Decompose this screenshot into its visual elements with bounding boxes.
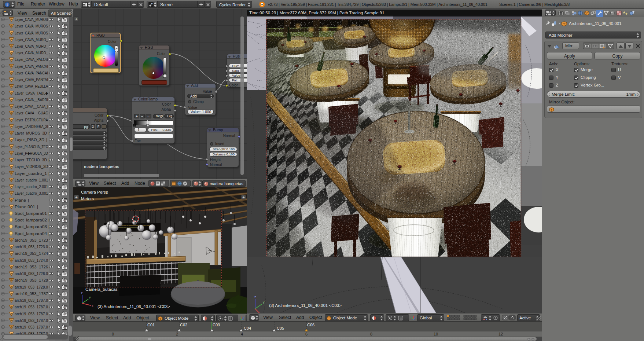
svg-text:arch19_053_1787: arch19_053_1787	[15, 292, 48, 296]
svg-text:Layer_VIDRIOS_3D: Layer_VIDRIOS_3D	[15, 164, 48, 169]
svg-text:z: z	[81, 291, 83, 295]
svg-text:Layer_MUROS_3D: Layer_MUROS_3D	[15, 131, 47, 135]
svg-text:x: x	[92, 304, 93, 308]
svg-text:Spot_lampara02: Spot_lampara02	[15, 218, 47, 222]
svg-text:Layer_CAVA_MURO_: Layer_CAVA_MURO_	[15, 51, 48, 55]
svg-text:arch19_053_1723: arch19_053_1723	[15, 238, 48, 242]
svg-text:Layer_CAVA_MURO_: Layer_CAVA_MURO_	[15, 44, 48, 48]
svg-text:|: |	[28, 198, 29, 202]
svg-text:Layer_CAVA_MUROS: Layer_CAVA_MUROS	[15, 17, 48, 22]
svg-text:Plane: Plane	[15, 198, 26, 202]
svg-text:Spot_lampara04: Spot_lampara04	[15, 231, 47, 236]
svg-text:Layer_CAVA_TABL◆: Layer_CAVA_TABL◆	[15, 91, 48, 95]
svg-text:arch19_053_1728.0: arch19_053_1728.0	[15, 285, 48, 289]
svg-text:Layer_cuadro_1.001: Layer_cuadro_1.001	[15, 178, 48, 182]
svg-text:Layer_CAVA__CAJA_|: Layer_CAVA__CAJA_|	[15, 104, 48, 109]
svg-text:arch19_053_1728: arch19_053_1728	[15, 278, 48, 282]
svg-text:Layer_CAVA__GUAC: Layer_CAVA__GUAC	[15, 111, 48, 115]
svg-text:Layer_CAVA_PALOS: Layer_CAVA_PALOS	[15, 57, 48, 62]
svg-text:arch19_053_1787.0: arch19_053_1787.0	[15, 312, 48, 316]
svg-text:arch19_053_1787.0: arch19_053_1787.0	[15, 305, 48, 309]
svg-text:arch19_053_1726: arch19_053_1726	[15, 265, 48, 269]
svg-text:Layer_ESTRUCTURA: Layer_ESTRUCTURA	[15, 118, 48, 122]
svg-text:Layer_CAVA_PANTAI: Layer_CAVA_PANTAI	[15, 77, 48, 82]
svg-text:Layer_cuadro_1: Layer_cuadro_1	[15, 171, 47, 176]
svg-text:arch19_053_1724: arch19_053_1724	[15, 251, 48, 256]
svg-text:arch19_053_1723.0: arch19_053_1723.0	[15, 245, 48, 249]
svg-text:y: y	[89, 296, 91, 299]
svg-text:Layer_cuadro_3.001: Layer_cuadro_3.001	[15, 191, 48, 195]
svg-text:arch19_053_1724.0: arch19_053_1724.0	[15, 258, 48, 263]
svg-text:z: z	[254, 295, 256, 299]
svg-text:Layer_TECHO_3D: Layer_TECHO_3D	[15, 158, 47, 162]
svg-text:|: |	[46, 138, 47, 142]
svg-text:Layer_CAVA_REJILLA: Layer_CAVA_REJILLA	[15, 84, 48, 88]
svg-text:Layer_CAVA_MUROS: Layer_CAVA_MUROS	[15, 24, 48, 28]
svg-text:y: y	[263, 300, 265, 304]
svg-text:Spot_lampara01: Spot_lampara01	[15, 211, 47, 216]
svg-text:Layer_CAVA_PANCAI: Layer_CAVA_PANCAI	[15, 64, 48, 69]
svg-text:Layer_JARDINERA_3I: Layer_JARDINERA_3I	[15, 124, 48, 129]
svg-text:arch19_053_1726.0: arch19_053_1726.0	[15, 271, 48, 276]
svg-text:Spot_lampara03: Spot_lampara03	[15, 224, 47, 229]
svg-text:arch19_053_1787.0: arch19_053_1787.0	[15, 325, 48, 329]
svg-text:Layer_PISO_3D: Layer_PISO_3D	[15, 138, 44, 142]
svg-text:|: |	[37, 205, 38, 209]
svg-text:Plane.001: Plane.001	[15, 205, 35, 209]
svg-text:Layer_PLANCHA_TEC: Layer_PLANCHA_TEC	[15, 144, 48, 149]
svg-text:Layer_CAVA_MUROS: Layer_CAVA_MUROS	[15, 31, 48, 35]
svg-text:arch19_053_1787.0: arch19_053_1787.0	[15, 318, 48, 323]
svg-text:Layer_CAVA_MURO_: Layer_CAVA_MURO_	[15, 37, 48, 42]
svg-text:Layer_CAVA__BARRI: Layer_CAVA__BARRI	[15, 98, 48, 102]
svg-text:i: i	[7, 3, 8, 7]
svg-text:Layer_CAVA_PANCAI: Layer_CAVA_PANCAI	[15, 71, 48, 75]
svg-text:Layer_cuadro_2.001: Layer_cuadro_2.001	[15, 184, 48, 189]
svg-text:Layer_P◆RGOLA_3D: Layer_P◆RGOLA_3D	[15, 151, 48, 155]
svg-text:arch19_053_1787.0: arch19_053_1787.0	[15, 298, 48, 302]
